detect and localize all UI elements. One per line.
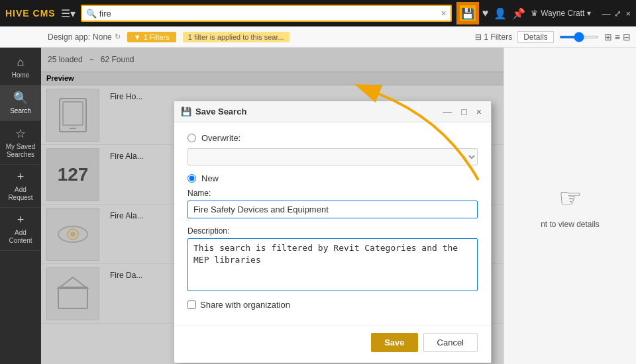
home-icon: ⌂ — [17, 56, 25, 69]
menu-icon[interactable]: ☰▾ — [61, 7, 76, 20]
design-app: Design app: None ↻ — [48, 32, 121, 42]
new-option: New — [187, 173, 478, 183]
sidebar-item-search[interactable]: 🔍 Search — [0, 85, 41, 121]
name-field-label: Name: — [187, 189, 478, 198]
dialog-content: Overwrite: New Name: Description: This s… — [174, 122, 491, 320]
dialog-maximize[interactable]: □ — [458, 107, 469, 117]
search-bar: 🔍 × — [81, 5, 452, 22]
save-search-button[interactable]: 💾 — [458, 4, 477, 23]
right-panel: ☞ nt to view details — [504, 48, 636, 364]
filters-toggle[interactable]: ⊟ 1 Filters — [475, 32, 512, 42]
grid-view-icon[interactable]: ⊞ — [604, 32, 612, 42]
subheader-right: ⊟ 1 Filters Details ⊞ ≡ ⊟ — [475, 31, 631, 43]
main-area: ⌂ Home 🔍 Search ☆ My Saved Searches + Ad… — [0, 48, 636, 364]
details-button[interactable]: Details — [517, 31, 554, 43]
filters-button[interactable]: ▼ 1 Filters — [127, 32, 176, 42]
overwrite-label[interactable]: Overwrite: — [201, 133, 240, 143]
search-icon: 🔍 — [13, 91, 28, 105]
content-area: 25 loaded ~ 62 Found Preview — [41, 48, 504, 364]
share-option: Share with organization — [187, 300, 478, 310]
filter-count: 1 Filters — [144, 33, 170, 41]
save-search-dialog: 💾 Save Search — □ × Overwrite: — [174, 101, 492, 363]
sidebar-item-home[interactable]: ⌂ Home — [0, 50, 41, 85]
plus-icon: + — [17, 213, 25, 227]
description-input[interactable]: This search is filtered by Revit Categor… — [187, 238, 478, 291]
design-app-value: None — [93, 32, 112, 42]
sidebar-item-add-request[interactable]: + Add Request — [0, 165, 41, 208]
filters-label: 1 Filters — [484, 32, 512, 42]
view-icons: ⊞ ≡ ⊟ — [604, 32, 631, 42]
name-input[interactable] — [187, 201, 478, 218]
pin-icon[interactable]: 📌 — [512, 7, 525, 20]
save-icon: 💾 — [461, 7, 474, 20]
filter-icon: ▼ — [134, 33, 141, 41]
crown-icon: ♛ — [531, 9, 538, 18]
share-label[interactable]: Share with organization — [200, 300, 290, 310]
sidebar: ⌂ Home 🔍 Search ☆ My Saved Searches + Ad… — [0, 48, 41, 364]
sidebar-item-label: Home — [12, 71, 30, 79]
hand-pointer-icon: ☞ — [558, 183, 582, 213]
dialog-close[interactable]: × — [474, 107, 484, 117]
sidebar-item-label: Add Content — [3, 229, 38, 245]
spinner-icon: ↻ — [115, 32, 121, 41]
maximize-icon[interactable]: ⤢ — [614, 9, 621, 19]
close-icon[interactable]: × — [625, 9, 631, 19]
cancel-button[interactable]: Cancel — [423, 333, 478, 352]
hint-text: nt to view details — [541, 220, 600, 229]
list-view-icon[interactable]: ≡ — [615, 32, 620, 42]
plus-icon: + — [17, 170, 25, 184]
search-clear-icon[interactable]: × — [441, 8, 446, 19]
window-controls: — ⤢ × — [602, 9, 631, 19]
sidebar-item-label: My Saved Searches — [3, 143, 38, 159]
dialog-titlebar: 💾 Save Search — □ × — [174, 101, 491, 122]
design-app-label: Design app: — [48, 32, 90, 42]
sidebar-item-saved-searches[interactable]: ☆ My Saved Searches — [0, 121, 41, 165]
heart-icon[interactable]: ♥ — [482, 7, 489, 19]
topbar-icons: ♥ 👤 📌 — [482, 7, 526, 20]
sidebar-item-add-content[interactable]: + Add Content — [0, 208, 41, 251]
dialog-save-icon: 💾 — [181, 107, 191, 116]
sidebar-item-label: Search — [10, 107, 31, 115]
user-icon[interactable]: 👤 — [494, 7, 507, 20]
username: Wayne Cratt — [541, 9, 584, 18]
minimize-icon[interactable]: — — [602, 9, 610, 19]
zoom-slider[interactable] — [559, 36, 599, 38]
dialog-footer: Save Cancel — [174, 326, 491, 363]
share-checkbox[interactable] — [187, 300, 196, 309]
search-input[interactable] — [99, 9, 439, 19]
filter-info: 1 filter is applied to this sear... — [183, 32, 290, 42]
topbar: HIVE CMS ☰▾ 🔍 × 💾 ♥ 👤 📌 ♛ Wayne Cratt ▾ … — [0, 0, 636, 26]
star-icon: ☆ — [15, 126, 26, 141]
description-field-label: Description: — [187, 226, 478, 236]
funnel-icon: ⊟ — [475, 32, 482, 42]
search-icon: 🔍 — [86, 9, 97, 19]
new-label[interactable]: New — [201, 173, 219, 183]
app-logo: HIVE CMS — [5, 8, 56, 19]
dialog-title: 💾 Save Search — [181, 107, 246, 116]
new-radio[interactable] — [187, 174, 196, 183]
overwrite-radio[interactable] — [187, 134, 196, 142]
save-button[interactable]: Save — [371, 333, 417, 352]
overwrite-dropdown[interactable] — [187, 148, 478, 165]
subheader: Design app: None ↻ ▼ 1 Filters 1 filter … — [0, 26, 636, 48]
chevron-down-icon: ▾ — [587, 9, 591, 18]
dialog-minimize[interactable]: — — [440, 107, 454, 117]
dialog-controls: — □ × — [440, 107, 484, 117]
sidebar-item-label: Add Request — [3, 186, 38, 202]
dialog-title-text: Save Search — [195, 107, 246, 116]
table-view-icon[interactable]: ⊟ — [623, 32, 631, 42]
overwrite-option: Overwrite: — [187, 133, 478, 143]
user-menu[interactable]: ♛ Wayne Cratt ▾ — [531, 9, 591, 18]
